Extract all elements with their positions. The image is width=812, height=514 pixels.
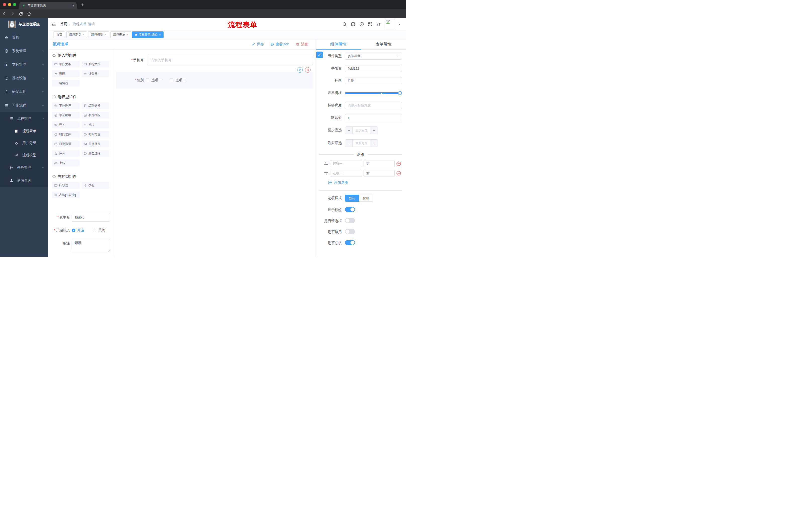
- component-时间选择[interactable]: 时间选择: [52, 131, 80, 138]
- tab-form-props[interactable]: 表单属性: [361, 39, 406, 49]
- max-select-stepper[interactable]: − 最多可选 +: [345, 139, 378, 147]
- font-size-icon[interactable]: TT: [376, 22, 381, 27]
- toggle-显示标签[interactable]: [345, 207, 355, 212]
- view-json-button[interactable]: 查看json: [270, 42, 289, 47]
- search-icon[interactable]: [342, 22, 347, 27]
- sidebar-logo-row[interactable]: 芋道管理系统: [0, 18, 48, 31]
- new-tab-button[interactable]: [80, 2, 85, 7]
- clear-button[interactable]: 清空: [296, 42, 308, 47]
- window-minimize-button[interactable]: [8, 3, 11, 6]
- sidebar-item-流程模型[interactable]: 流程模型: [0, 149, 48, 161]
- default-value-input[interactable]: 1: [345, 114, 402, 121]
- decrement-button[interactable]: −: [345, 140, 353, 146]
- field-name-input[interactable]: field122: [345, 65, 402, 72]
- sidebar-item-请假查询[interactable]: 请假查询: [0, 174, 48, 187]
- sidebar-item-基础设施[interactable]: 基础设施: [0, 72, 48, 85]
- avatar-caret-icon[interactable]: ▾: [399, 23, 400, 26]
- tag-view-首页[interactable]: 首页: [54, 31, 65, 38]
- sidebar-item-支付管理[interactable]: ¥支付管理: [0, 58, 48, 72]
- toggle-是否必填[interactable]: [345, 240, 355, 245]
- github-icon[interactable]: [351, 22, 355, 27]
- avatar[interactable]: [385, 19, 395, 29]
- toggle-是否禁用[interactable]: [345, 229, 355, 234]
- tab-close-icon[interactable]: ×: [72, 4, 74, 7]
- component-开关[interactable]: 开关: [52, 121, 80, 128]
- component-评分[interactable]: 评分: [52, 150, 80, 157]
- sidebar-item-用户分组[interactable]: 用户分组: [0, 137, 48, 149]
- component-密码[interactable]: 密码: [52, 71, 80, 77]
- option-label-input[interactable]: 选项二: [330, 170, 362, 177]
- phone-field-row[interactable]: *手机号 请输入手机号: [113, 56, 316, 65]
- component-单行文本[interactable]: 单行文本: [52, 61, 80, 67]
- form-canvas[interactable]: *手机号 请输入手机号 *性别 选项一 选项二: [113, 50, 316, 257]
- status-radio-off[interactable]: 关闭: [93, 228, 105, 233]
- component-颜色选择[interactable]: 颜色选择: [82, 150, 109, 157]
- tag-view-流程定义[interactable]: 流程定义×: [66, 31, 87, 38]
- sidebar-item-任务管理[interactable]: 任务管理: [0, 161, 48, 174]
- option-value-input[interactable]: 女: [364, 170, 395, 177]
- sidebar-item-首页[interactable]: 首页: [0, 31, 48, 44]
- component-计数器[interactable]: 123计数器: [82, 71, 109, 77]
- close-icon[interactable]: ×: [83, 33, 84, 36]
- toggle-是否带边框[interactable]: [345, 218, 355, 223]
- form-name-input[interactable]: biubiu: [72, 213, 110, 221]
- tag-view-流程表单-编辑[interactable]: 流程表单-编辑×: [132, 31, 163, 38]
- option-value-input[interactable]: 男: [364, 160, 395, 167]
- gender-field-block-selected[interactable]: *性别 选项一 选项二: [116, 72, 313, 88]
- forward-icon[interactable]: [10, 11, 15, 16]
- tag-view-流程模型[interactable]: 流程模型×: [88, 31, 109, 38]
- decrement-button[interactable]: −: [345, 127, 353, 134]
- sidebar-item-流程管理[interactable]: 流程管理: [0, 112, 48, 125]
- title-input[interactable]: 性别: [345, 77, 402, 84]
- fullscreen-icon[interactable]: [368, 22, 373, 27]
- window-zoom-button[interactable]: [13, 3, 16, 6]
- component-表格[开发中][interactable]: 表格[开发中]: [52, 192, 80, 198]
- component-下拉选择[interactable]: 下拉选择: [52, 102, 80, 109]
- duplicate-component-button[interactable]: [297, 67, 303, 73]
- component-单选框组[interactable]: 单选框组: [52, 112, 80, 118]
- delete-component-button[interactable]: [305, 67, 311, 73]
- save-button[interactable]: 保存: [252, 42, 264, 47]
- component-上传[interactable]: 上传: [52, 160, 80, 166]
- sidebar-item-流程表单[interactable]: 流程表单: [0, 125, 48, 137]
- style-button-button[interactable]: 按钮: [359, 195, 373, 202]
- component-日期范围[interactable]: 日期范围: [82, 141, 109, 147]
- help-icon[interactable]: ?: [359, 22, 364, 27]
- option-label-input[interactable]: 选项一: [330, 160, 362, 167]
- add-option-button[interactable]: 添加选项: [328, 180, 402, 185]
- form-grid-slider[interactable]: [345, 89, 402, 97]
- status-radio-on[interactable]: 开启: [72, 228, 84, 233]
- close-icon[interactable]: ×: [105, 33, 106, 36]
- increment-button[interactable]: +: [370, 127, 378, 134]
- close-icon[interactable]: ×: [127, 33, 128, 36]
- sidebar-fold-icon[interactable]: [51, 22, 56, 27]
- tab-component-props[interactable]: 组件属性: [316, 39, 361, 49]
- sidebar-item-研发工具[interactable]: 研发工具: [0, 85, 48, 99]
- form-remark-textarea[interactable]: 嘿嘿: [72, 239, 110, 252]
- label-width-input[interactable]: 请输入标签宽度: [345, 102, 402, 109]
- reload-icon[interactable]: [19, 11, 23, 16]
- slider-track[interactable]: [345, 92, 400, 94]
- link-badge[interactable]: [316, 52, 323, 58]
- gender-option-1[interactable]: 选项一: [146, 78, 162, 82]
- gender-option-2[interactable]: 选项二: [170, 78, 186, 82]
- phone-field-input[interactable]: 请输入手机号: [147, 56, 313, 65]
- window-close-button[interactable]: [3, 3, 6, 6]
- checkbox-icon[interactable]: [146, 78, 149, 82]
- checkbox-icon[interactable]: [170, 78, 173, 82]
- component-滑块[interactable]: 滑块: [82, 121, 109, 128]
- textarea-resize-handle[interactable]: [107, 249, 110, 252]
- component-级联选择[interactable]: 级联选择: [82, 102, 109, 109]
- home-icon[interactable]: [27, 11, 31, 16]
- browser-tab[interactable]: 芋道管理系统 ×: [19, 2, 77, 9]
- component-多选框组[interactable]: 多选框组: [82, 112, 109, 118]
- component-多行文本[interactable]: 多行文本: [82, 61, 109, 67]
- remove-option-button[interactable]: [396, 171, 401, 176]
- sidebar-item-工作流程[interactable]: 工作流程: [0, 99, 48, 112]
- tag-view-流程表单[interactable]: 流程表单×: [110, 31, 131, 38]
- component-时间范围[interactable]: 时间范围: [82, 131, 109, 138]
- breadcrumb-home[interactable]: 首页: [60, 22, 67, 26]
- component-按钮[interactable]: 按钮: [82, 182, 109, 189]
- remove-option-button[interactable]: [396, 161, 401, 166]
- close-icon[interactable]: ×: [159, 33, 161, 36]
